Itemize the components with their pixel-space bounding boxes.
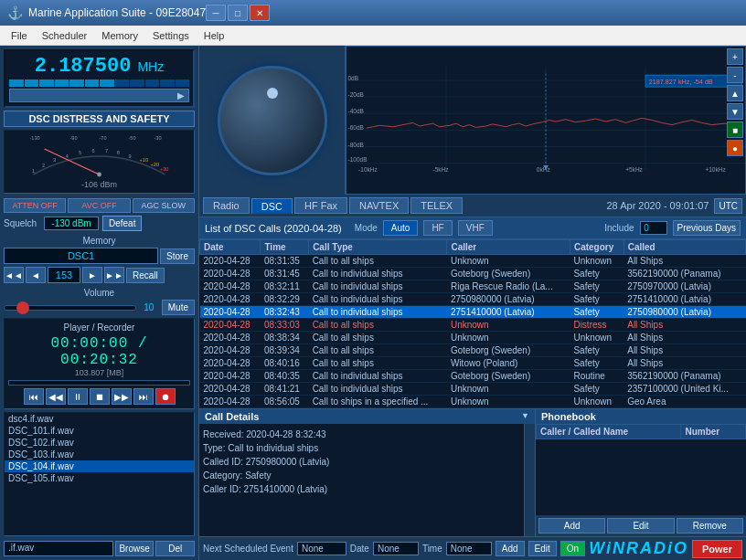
nav-prev-prev[interactable]: ◄◄ [4,267,24,283]
atten-button[interactable]: ATTEN OFF [4,198,66,213]
left-panel: 2.187500 MHz ▶ DSC DISTRESS AND SAFETY 1… [0,46,199,560]
tuner-dot [267,88,278,99]
spec-zoom-out[interactable]: - [727,67,743,83]
player-forward[interactable]: ▶▶ [112,388,132,405]
file-item-4[interactable]: DSC_104.if.wav [5,460,194,472]
svg-text:-60dB: -60dB [347,124,364,131]
player-rewind[interactable]: ◀◀ [46,388,66,405]
nav-next[interactable]: ► [82,267,102,283]
freq-arrow[interactable]: ▶ [9,89,189,102]
sched-on-button[interactable]: On [560,541,585,556]
mode-auto[interactable]: Auto [383,220,419,236]
svg-text:7: 7 [105,148,108,153]
agc-button[interactable]: AGC SLOW [133,198,195,213]
include-input[interactable] [640,221,667,235]
prev-days-button[interactable]: Previous Days [673,220,741,236]
mode-vhf[interactable]: VHF [458,220,493,236]
volume-slider[interactable] [4,305,136,311]
nav-prev[interactable]: ◄ [26,267,46,283]
svg-text:-5kHz: -5kHz [432,166,449,173]
tuner-knob[interactable] [218,66,327,175]
table-row[interactable]: 2020-04-2808:33:03Call to all shipsUnkno… [200,319,746,332]
frequency-unit: MHz [137,59,164,74]
menu-help[interactable]: Help [197,28,232,43]
store-button[interactable]: Store [160,248,195,264]
menu-settings[interactable]: Settings [145,28,197,43]
tab-navtex[interactable]: NAVTEX [349,197,409,214]
table-row[interactable]: 2020-04-2808:39:34Call to all shipsGoteb… [200,344,746,357]
right-panel: 0dB -20dB -40dB -60dB -80dB -100dB -10kH… [199,46,746,560]
tabs-row: Radio DSC HF Fax NAVTEX TELEX 28 Apr 202… [199,195,746,217]
spec-toggle[interactable]: ■ [727,122,743,138]
tab-telex[interactable]: TELEX [410,197,463,214]
close-button[interactable]: ✕ [250,5,270,21]
utc-button[interactable]: UTC [714,198,742,214]
sched-add-button[interactable]: Add [496,541,525,556]
file-item-0[interactable]: dsc4.if.wav [5,413,194,425]
col-time: Time [261,240,309,255]
spec-up[interactable]: ▲ [727,85,743,101]
minimize-button[interactable]: ─ [206,5,226,21]
file-item-3[interactable]: DSC_103.if.wav [5,449,194,460]
table-row[interactable]: 2020-04-2808:41:21Call to individual shi… [200,383,746,396]
call-details-scrollbar [524,424,535,536]
spec-record[interactable]: ● [727,140,743,156]
phonebook-add[interactable]: Add [538,518,605,534]
recall-button[interactable]: Recall [126,268,165,283]
sched-edit-button[interactable]: Edit [528,541,557,556]
defeat-button[interactable]: Defeat [102,216,142,231]
call-details-header: Call Details ▼ [199,409,535,424]
titlebar-title: Marine Application Suite - 09E28047 [28,6,206,19]
svg-text:0kHz: 0kHz [537,166,551,173]
player-record[interactable]: ⏺ [155,388,176,405]
menu-file[interactable]: File [4,28,35,43]
player-pause[interactable]: ⏸ [68,388,88,405]
sched-time-input[interactable] [446,542,492,555]
player-skip-start[interactable]: ⏮ [24,388,44,405]
power-button[interactable]: Power [692,540,742,558]
table-row[interactable]: 2020-04-2808:32:43Call to individual shi… [200,306,746,319]
col-date: Date [200,240,261,255]
spectrum-controls: + - ▲ ▼ ■ ● [727,48,743,156]
player-progress [8,380,190,386]
tab-hffax[interactable]: HF Fax [294,197,347,214]
sched-date-input[interactable] [373,542,419,555]
phonebook-remove[interactable]: Remove [677,518,743,534]
table-row[interactable]: 2020-04-2808:40:16Call to all shipsWitow… [200,357,746,370]
mute-button[interactable]: Mute [162,300,195,315]
dsc-area: List of DSC Calls (2020-04-28) Mode Auto… [199,217,746,560]
tab-radio[interactable]: Radio [203,197,250,214]
phonebook-edit[interactable]: Edit [607,518,674,534]
nav-next-next[interactable]: ►► [104,267,124,283]
table-row[interactable]: 2020-04-2808:56:05Call to ships in a spe… [200,396,746,408]
sched-value: None [297,542,346,555]
spec-zoom-in[interactable]: + [727,48,743,65]
table-row[interactable]: 2020-04-2808:32:11Call to individual shi… [200,280,746,293]
file-item-1[interactable]: DSC_101.if.wav [5,425,194,437]
player-stop[interactable]: ⏹ [90,388,110,405]
del-button[interactable]: Del [155,541,195,556]
menu-scheduler[interactable]: Scheduler [35,28,95,43]
menubar: File Scheduler Memory Settings Help [0,26,746,46]
mode-hf[interactable]: HF [423,220,452,236]
memory-channel-input[interactable] [4,248,158,264]
player-skip-end[interactable]: ⏭ [133,388,154,405]
browse-button[interactable]: Browse [115,541,155,556]
svg-text:-90: -90 [70,135,78,141]
menu-memory[interactable]: Memory [94,28,145,43]
svg-text:9: 9 [129,153,132,159]
volume-label: Volume [4,288,195,298]
svg-text:8: 8 [117,150,120,155]
file-item-5[interactable]: DSC_105.if.wav [5,472,194,484]
table-row[interactable]: 2020-04-2808:31:45Call to individual shi… [200,268,746,280]
table-row[interactable]: 2020-04-2808:32:29Call to individual shi… [200,293,746,306]
maximize-button[interactable]: □ [228,5,248,21]
table-row[interactable]: 2020-04-2808:38:34Call to all shipsUnkno… [200,332,746,344]
spec-down[interactable]: ▼ [727,103,743,120]
file-item-2[interactable]: DSC_102.if.wav [5,437,194,449]
avc-button[interactable]: AVC OFF [68,198,130,213]
table-row[interactable]: 2020-04-2808:31:35Call to all shipsUnkno… [200,255,746,268]
table-row[interactable]: 2020-04-2808:40:35Call to individual shi… [200,370,746,383]
tab-dsc[interactable]: DSC [251,198,293,214]
svg-text:-40dB: -40dB [347,108,364,114]
